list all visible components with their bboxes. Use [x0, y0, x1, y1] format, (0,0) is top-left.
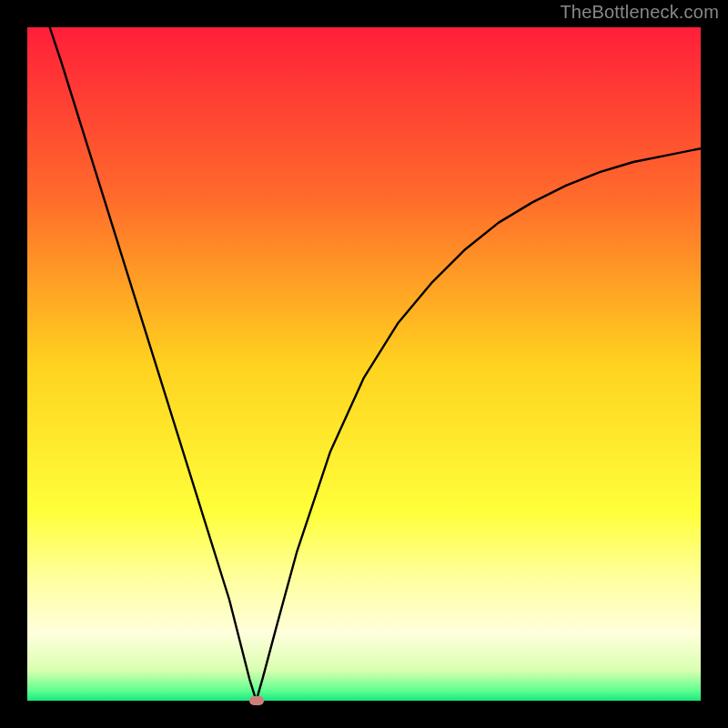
- chart-frame: TheBottleneck.com: [0, 0, 728, 728]
- bottleneck-chart: [27, 27, 701, 701]
- gradient-background: [27, 27, 701, 701]
- watermark-text: TheBottleneck.com: [560, 2, 719, 23]
- optimal-point-marker: [249, 696, 264, 705]
- plot-area: [27, 27, 701, 701]
